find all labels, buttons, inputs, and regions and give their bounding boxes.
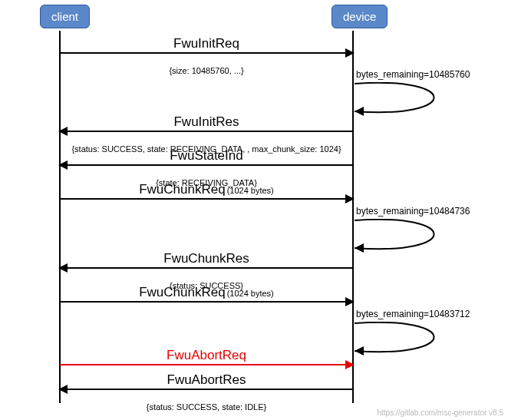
msg-fwuinitres-label: FwuInitRes xyxy=(173,114,239,129)
arrowhead-icon xyxy=(58,160,68,170)
arrowhead-icon xyxy=(58,263,68,273)
msg-fwuabortres-sub: {status: SUCCESS, state: IDLE} xyxy=(147,402,267,412)
msg-fwuchunkreq-2-label: FwuChunkReq xyxy=(139,285,225,299)
selfmsg-bytes-3-label: bytes_remaining=10483712 xyxy=(356,309,470,319)
selfloop-icon xyxy=(353,322,476,357)
selfmsg-bytes-2-label: bytes_remaining=10484736 xyxy=(356,206,470,217)
arrowhead-icon xyxy=(58,385,68,394)
arrowhead-icon xyxy=(345,360,355,369)
svg-marker-2 xyxy=(355,346,364,356)
arrowhead-icon xyxy=(345,297,355,306)
msg-fwuabortreq: FwuAbortReq xyxy=(60,349,353,362)
msg-fwuchunkreq-1-suffix: (1024 bytes) xyxy=(227,186,274,195)
msg-fwuinitreq-sub: {size: 10485760, ...} xyxy=(169,66,243,75)
msg-fwuchunkres-label: FwuChunkRes xyxy=(163,251,249,266)
msg-fwuchunkreq-2-suffix: (1024 bytes) xyxy=(227,289,274,298)
selfmsg-bytes-1-label: bytes_remaining=10485760 xyxy=(356,69,470,80)
msg-fwustateind-label: FwuStateInd xyxy=(170,148,242,163)
credit-text: https://gitlab.com/msc-generator v8.5 xyxy=(377,408,503,417)
msg-fwuabortres-label: FwuAbortRes xyxy=(167,372,246,387)
participant-client-label: client xyxy=(51,10,78,23)
selfmsg-bytes-2: bytes_remaining=10484736 xyxy=(353,206,476,254)
msg-fwuinitreq-label: FwuInitReq xyxy=(173,36,239,51)
sequence-diagram: client device FwuInitReq {size: 10485760… xyxy=(0,0,508,420)
msg-fwuchunkreq-1-label: FwuChunkReq xyxy=(139,182,225,197)
arrowhead-icon xyxy=(345,48,355,58)
svg-marker-0 xyxy=(355,107,364,116)
arrowhead-icon xyxy=(345,194,355,203)
arrowhead-icon xyxy=(58,127,68,136)
participant-device-label: device xyxy=(343,10,376,23)
msg-fwuinitreq: FwuInitReq {size: 10485760, ...} xyxy=(60,37,353,75)
msg-fwuabortres: FwuAbortRes {status: SUCCESS, state: IDL… xyxy=(60,373,353,412)
participant-device: device xyxy=(332,5,388,28)
msg-fwuabortreq-label: FwuAbortReq xyxy=(167,348,246,362)
selfloop-icon xyxy=(353,219,476,254)
lifeline-client xyxy=(59,31,61,403)
credit-label: https://gitlab.com/msc-generator v8.5 xyxy=(377,408,503,417)
msg-fwuchunkreq-1: FwuChunkReq(1024 bytes) xyxy=(60,183,353,197)
msg-fwuchunkreq-2: FwuChunkReq(1024 bytes) xyxy=(60,286,353,300)
selfmsg-bytes-3: bytes_remaining=10483712 xyxy=(353,309,476,357)
svg-marker-1 xyxy=(355,243,364,253)
participant-client: client xyxy=(40,5,90,28)
selfmsg-bytes-1: bytes_remaining=10485760 xyxy=(353,69,476,117)
selfloop-icon xyxy=(353,82,476,117)
